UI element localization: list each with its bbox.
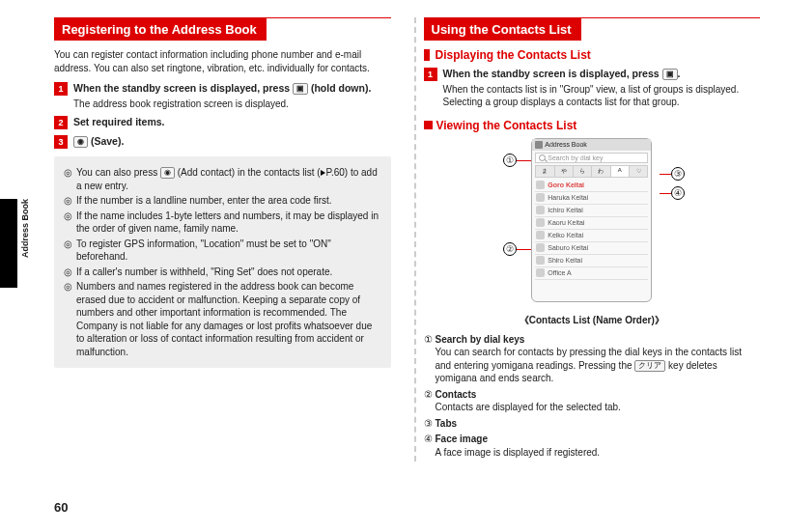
subheading-viewing: Viewing the Contacts List: [424, 119, 761, 132]
key-icon: ◉: [160, 167, 175, 179]
step-number-3: 3: [54, 135, 68, 149]
phone-tab-selected: A: [611, 166, 629, 177]
rstep1-pre: When the standby screen is displayed, pr…: [443, 68, 662, 79]
note1-b: (Add contact) in the contacts list (: [175, 167, 321, 178]
contact-name: Saburo Keitai: [548, 244, 588, 251]
triangle-icon: [321, 170, 325, 176]
contact-name: Goro Keitai: [548, 182, 584, 188]
note-bullet-icon: ◎: [64, 238, 72, 264]
key-icon: ▣: [662, 69, 678, 80]
heading-bar-icon: [424, 49, 430, 61]
callout-1: ①: [503, 154, 517, 167]
column-divider: [414, 17, 416, 462]
avatar-icon: [536, 268, 545, 277]
section-heading-registering: Registering to the Address Book: [54, 17, 391, 41]
avatar-icon: [536, 193, 545, 202]
right-step-1: 1 When the standby screen is displayed, …: [424, 68, 761, 109]
phone-contact-list: Goro Keitai Haruka Keitai Ichiro Keitai …: [535, 180, 648, 280]
step-number-2: 2: [54, 116, 68, 129]
legend-title: Search by dial keys: [436, 334, 525, 345]
avatar-icon: [536, 231, 545, 239]
phone-mockup: Address Book Search by dial key ま や ら わ …: [531, 138, 652, 302]
book-icon: [535, 141, 543, 149]
contact-name: Ichiro Keitai: [548, 207, 583, 213]
phone-tab: や: [555, 166, 573, 177]
callout-line: [660, 174, 671, 175]
rstep1-desc: When the contacts list is in "Group" vie…: [443, 83, 761, 109]
phone-tab: ♡: [630, 166, 647, 177]
intro-text: You can register contact information inc…: [54, 48, 391, 74]
side-section-label: Address Book: [20, 199, 30, 258]
contact-name: Haruka Keitai: [548, 194, 588, 201]
note-bullet-icon: ◎: [64, 210, 72, 236]
legend-number: ②: [424, 388, 433, 414]
page-number: 60: [54, 500, 68, 515]
key-icon: ◉: [73, 136, 88, 148]
note-bullet-icon: ◎: [64, 266, 72, 279]
step-3: 3 ◉ (Save).: [54, 135, 391, 149]
note2: If the number is a landline number, ente…: [76, 194, 332, 208]
search-icon: [539, 154, 546, 161]
callout-line: [660, 193, 671, 194]
step-1: 1 When the standby screen is displayed, …: [54, 82, 391, 110]
phone-tab: わ: [592, 166, 609, 177]
avatar-icon: [536, 243, 545, 252]
contact-name: Keiko Keitai: [548, 232, 583, 238]
legend-item-3: ③ Tabs: [424, 417, 761, 431]
avatar-icon: [536, 206, 545, 214]
note3: If the name includes 1-byte letters and …: [76, 210, 381, 236]
subheading-displaying: Displaying the Contacts List: [424, 48, 761, 62]
clear-key-icon: クリア: [634, 360, 665, 372]
step1-text-post: (hold down).: [308, 82, 371, 94]
figure-caption: 《Contacts List (Name Order)》: [424, 314, 761, 327]
step-number-1: 1: [424, 68, 437, 81]
phone-title-text: Address Book: [545, 141, 587, 148]
phone-tab: ま: [536, 166, 553, 177]
key-icon: ▣: [293, 83, 308, 95]
avatar-icon: [536, 218, 545, 227]
contact-name: Office A: [548, 269, 571, 276]
note5: If a caller's number is withheld, "Ring …: [76, 266, 332, 279]
legend-title: Face image: [436, 434, 488, 444]
legend-number: ①: [424, 333, 433, 385]
left-column: Registering to the Address Book You can …: [54, 17, 391, 462]
callout-4: ④: [671, 186, 685, 200]
avatar-icon: [536, 256, 545, 265]
side-tab: [0, 199, 17, 288]
contact-name: Shiro Keitai: [548, 257, 582, 264]
section-heading-using: Using the Contacts List: [424, 17, 761, 41]
note-bullet-icon: ◎: [64, 280, 72, 358]
note4: To register GPS information, "Location" …: [76, 238, 381, 264]
legend-title: Tabs: [436, 418, 458, 429]
legend-item-4: ④ Face imageA face image is displayed if…: [424, 433, 761, 459]
legend-desc: A face image is displayed if registered.: [436, 447, 601, 458]
phone-titlebar: Address Book: [532, 139, 651, 151]
note6: Numbers and names registered in the addr…: [76, 280, 381, 358]
subheading-text: Displaying the Contacts List: [436, 48, 591, 62]
step1-text-pre: When the standby screen is displayed, pr…: [73, 82, 293, 94]
step1-desc: The address book registration screen is …: [73, 98, 391, 111]
phone-search-field: Search by dial key: [535, 153, 648, 163]
subheading-text: Viewing the Contacts List: [436, 119, 577, 132]
phone-search-placeholder: Search by dial key: [548, 154, 603, 161]
legend-desc: Contacts are displayed for the selected …: [436, 402, 621, 412]
phone-tabs: ま や ら わ A ♡: [535, 165, 648, 178]
step2-text: Set required items.: [73, 116, 391, 129]
note-bullet-icon: ◎: [64, 194, 72, 208]
callout-3: ③: [671, 167, 685, 181]
avatar-icon: [536, 181, 545, 189]
right-column: Using the Contacts List Displaying the C…: [424, 17, 761, 462]
step-number-1: 1: [54, 82, 68, 96]
note-bullet-icon: ◎: [64, 166, 72, 192]
contact-name: Kaoru Keitai: [548, 219, 584, 226]
callout-2: ②: [503, 242, 517, 256]
legend-item-1: ① Search by dial keys You can search for…: [424, 333, 761, 385]
section-heading-text: Using the Contacts List: [424, 18, 581, 41]
legend-number: ④: [424, 433, 433, 459]
step3-text: (Save).: [88, 135, 124, 147]
legend-title: Contacts: [436, 389, 477, 400]
legend-item-2: ② ContactsContacts are displayed for the…: [424, 388, 761, 414]
note1-a: You can also press: [76, 167, 160, 178]
legend-number: ③: [424, 417, 433, 431]
section-heading-text: Registering to the Address Book: [54, 18, 267, 41]
